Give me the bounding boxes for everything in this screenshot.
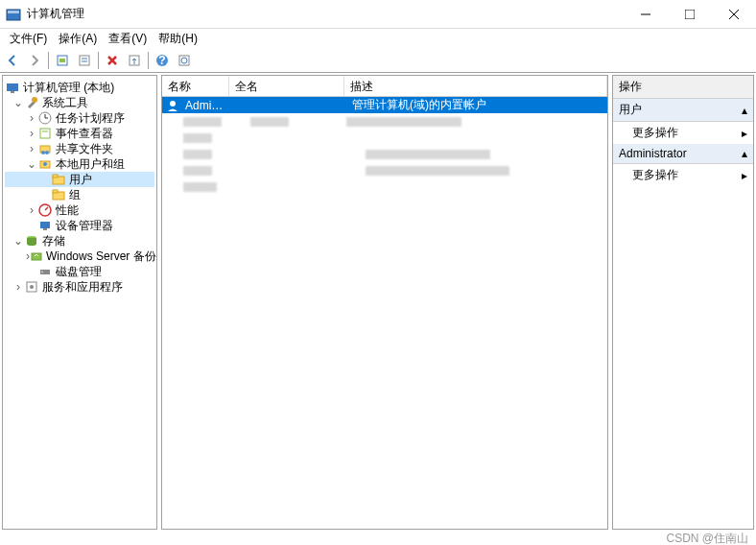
- minimize-button[interactable]: [624, 0, 668, 29]
- svg-point-28: [45, 151, 49, 154]
- tree-event-viewer[interactable]: › 事件查看器: [5, 126, 154, 141]
- twisty-expanded-icon[interactable]: ⌄: [12, 96, 24, 109]
- tree-panel: 计算机管理 (本地) ⌄ 系统工具 › 任务计划程序 › 事件查看器 › 共享文…: [2, 75, 157, 530]
- tree-task-scheduler[interactable]: › 任务计划程序: [5, 110, 154, 126]
- tree-label: 用户: [69, 172, 92, 188]
- toolbar-separator: [148, 52, 149, 69]
- tree: 计算机管理 (本地) ⌄ 系统工具 › 任务计划程序 › 事件查看器 › 共享文…: [3, 76, 156, 298]
- tree-label: 计算机管理 (本地): [23, 80, 114, 96]
- tree-label: 磁盘管理: [56, 264, 102, 280]
- svg-rect-1: [8, 11, 19, 13]
- actions-more-admin[interactable]: 更多操作 ▸: [613, 164, 753, 186]
- svg-rect-18: [7, 83, 18, 91]
- tree-label: 事件查看器: [56, 126, 113, 142]
- toolbar-separator: [98, 52, 99, 69]
- up-button[interactable]: [52, 50, 73, 71]
- action-label: 更多操作: [632, 167, 678, 183]
- cell-fullname: [231, 105, 346, 107]
- tree-shared-folders[interactable]: › 共享文件夹: [5, 141, 154, 156]
- twisty-collapsed-icon[interactable]: ›: [26, 127, 37, 140]
- svg-rect-32: [53, 175, 58, 178]
- share-icon: [37, 141, 53, 156]
- tree-users[interactable]: 用户: [5, 172, 154, 187]
- twisty-collapsed-icon[interactable]: ›: [26, 111, 37, 125]
- app-icon: [6, 7, 21, 22]
- submenu-arrow-icon: ▸: [742, 169, 747, 182]
- list-row-blurred[interactable]: [162, 146, 607, 162]
- svg-rect-38: [43, 228, 47, 230]
- section-label: Administrator: [619, 147, 687, 160]
- svg-rect-7: [59, 59, 65, 62]
- svg-point-20: [32, 97, 37, 103]
- export-button[interactable]: [124, 50, 145, 71]
- close-button[interactable]: [712, 0, 756, 29]
- tree-label: Windows Server 备份: [46, 249, 156, 265]
- twisty-collapsed-icon[interactable]: ›: [12, 280, 24, 294]
- tree-storage[interactable]: ⌄ 存储: [5, 233, 154, 249]
- svg-point-46: [30, 285, 34, 289]
- window-title: 计算机管理: [27, 6, 624, 22]
- tree-label: 性能: [56, 202, 79, 219]
- header-fullname[interactable]: 全名: [229, 76, 344, 96]
- tree-system-tools[interactable]: ⌄ 系统工具: [5, 95, 154, 110]
- maximize-button[interactable]: [668, 0, 712, 29]
- list-body: Administrat... 管理计算机(域)的内置帐户: [162, 97, 607, 529]
- performance-icon: [37, 202, 53, 218]
- actions-header: 操作: [613, 76, 753, 99]
- svg-rect-37: [40, 222, 50, 228]
- menu-help[interactable]: 帮助(H): [153, 29, 203, 49]
- cell-name: Administrat...: [179, 98, 231, 113]
- help-button[interactable]: ?: [152, 50, 173, 71]
- list-row-blurred[interactable]: [162, 113, 607, 130]
- computer-icon: [5, 80, 20, 95]
- svg-rect-19: [11, 91, 14, 93]
- header-desc[interactable]: 描述: [344, 76, 607, 96]
- tree-local-users-groups[interactable]: ⌄ 本地用户和组: [5, 156, 154, 172]
- tree-device-manager[interactable]: 设备管理器: [5, 218, 154, 233]
- collapse-icon: ▴: [742, 104, 747, 117]
- twisty-expanded-icon[interactable]: ⌄: [26, 157, 37, 171]
- menu-action[interactable]: 操作(A): [53, 29, 103, 49]
- back-button[interactable]: [2, 50, 23, 71]
- watermark: CSDN @住南山: [666, 531, 748, 546]
- actions-section-administrator[interactable]: Administrator ▴: [613, 144, 753, 164]
- tree-performance[interactable]: › 性能: [5, 202, 154, 218]
- tree-windows-server-backup[interactable]: › Windows Server 备份: [5, 249, 154, 264]
- svg-point-27: [41, 151, 45, 154]
- tree-root[interactable]: 计算机管理 (本地): [5, 80, 154, 95]
- toolbar: ?: [0, 48, 756, 73]
- tree-disk-management[interactable]: 磁盘管理: [5, 264, 154, 279]
- main-body: 计算机管理 (本地) ⌄ 系统工具 › 任务计划程序 › 事件查看器 › 共享文…: [0, 73, 756, 532]
- twisty-collapsed-icon[interactable]: ›: [26, 142, 37, 155]
- menu-file[interactable]: 文件(F): [4, 29, 53, 49]
- tools-icon: [24, 95, 39, 110]
- svg-rect-8: [80, 56, 89, 65]
- clock-icon: [37, 110, 53, 126]
- services-icon: [24, 279, 39, 295]
- list-row-blurred[interactable]: [162, 130, 607, 146]
- list-row-blurred[interactable]: [162, 178, 607, 195]
- tree-label: 设备管理器: [56, 218, 113, 234]
- action-label: 更多操作: [632, 125, 678, 141]
- tree-groups[interactable]: 组: [5, 187, 154, 202]
- forward-button[interactable]: [24, 50, 45, 71]
- refresh-button[interactable]: [174, 50, 195, 71]
- delete-button[interactable]: [102, 50, 123, 71]
- svg-rect-3: [685, 10, 695, 19]
- actions-section-users[interactable]: 用户 ▴: [613, 99, 753, 122]
- properties-button[interactable]: [74, 50, 95, 71]
- list-row-blurred[interactable]: [162, 162, 607, 178]
- twisty-collapsed-icon[interactable]: ›: [26, 203, 37, 217]
- tree-services-apps[interactable]: › 服务和应用程序: [5, 279, 154, 295]
- svg-point-41: [27, 242, 36, 246]
- twisty-expanded-icon[interactable]: ⌄: [12, 234, 24, 248]
- actions-panel: 操作 用户 ▴ 更多操作 ▸ Administrator ▴ 更多操作 ▸: [612, 75, 754, 530]
- tree-label: 共享文件夹: [56, 141, 113, 157]
- list-row-administrator[interactable]: Administrat... 管理计算机(域)的内置帐户: [162, 97, 607, 113]
- menu-view[interactable]: 查看(V): [103, 29, 153, 49]
- section-label: 用户: [619, 102, 642, 118]
- header-name[interactable]: 名称: [162, 76, 229, 96]
- actions-more-users[interactable]: 更多操作 ▸: [613, 122, 753, 144]
- tree-label: 本地用户和组: [56, 156, 125, 173]
- event-icon: [37, 126, 53, 141]
